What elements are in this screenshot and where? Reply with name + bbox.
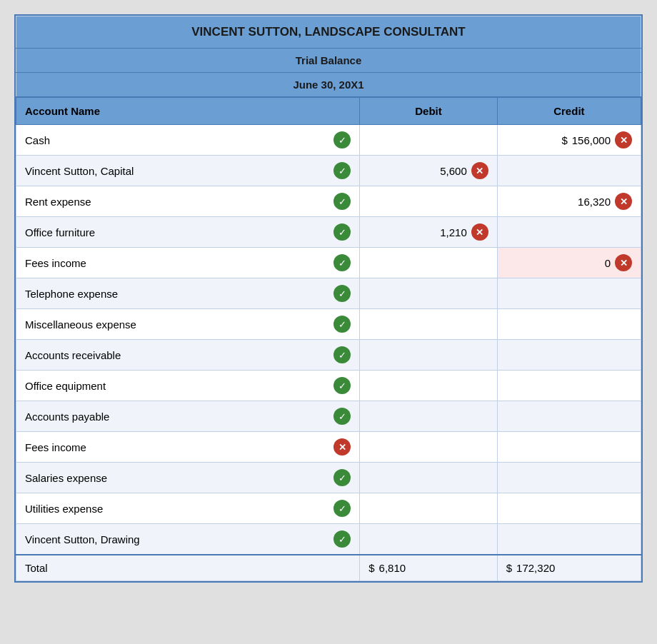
- account-name-cell: Office equipment✓: [16, 371, 360, 401]
- account-name-cell: Vincent Sutton, Drawing✓: [16, 524, 360, 555]
- check-icon: ✓: [333, 408, 351, 425]
- debit-value: 5,600: [440, 165, 467, 177]
- account-name-cell: Office furniture✓: [16, 217, 360, 248]
- credit-x-icon: ✕: [615, 131, 632, 149]
- account-name-cell: Fees income✕: [16, 432, 360, 463]
- credit-cell: [497, 309, 641, 340]
- check-icon: ✓: [333, 254, 351, 271]
- table-row: Vincent Sutton, Capital✓5,600✕: [16, 156, 641, 186]
- total-debit-value: 6,810: [379, 562, 406, 574]
- check-icon: ✓: [333, 223, 351, 241]
- credit-value: 16,320: [578, 196, 611, 208]
- account-name: Utilities expense: [25, 503, 103, 515]
- credit-cell: $156,000✕: [497, 125, 641, 156]
- debit-cell: [360, 340, 498, 371]
- account-name-cell: Fees income✓: [16, 248, 360, 278]
- total-credit-value: 172,320: [516, 562, 555, 574]
- table-row: Telephone expense✓: [16, 278, 641, 309]
- col-header-account: Account Name: [16, 97, 360, 125]
- table-row: Fees income✓0✕: [16, 248, 641, 278]
- col-header-debit: Debit: [360, 97, 498, 125]
- total-label: Total: [16, 555, 360, 581]
- debit-cell: [360, 432, 498, 463]
- account-name: Fees income: [25, 441, 86, 453]
- table-row: Office furniture✓1,210✕: [16, 217, 641, 248]
- total-credit-cell: $ 172,320: [497, 555, 641, 581]
- debit-cell: [360, 125, 498, 156]
- debit-cell: [360, 493, 498, 524]
- total-row: Total $ 6,810 $ 172,320: [16, 555, 641, 581]
- debit-cell: [360, 463, 498, 493]
- account-name-cell: Rent expense✓: [16, 186, 360, 217]
- account-name: Telephone expense: [25, 288, 118, 300]
- credit-x-icon: ✕: [615, 193, 632, 210]
- check-icon: ✓: [333, 346, 351, 363]
- account-name-cell: Salaries expense✓: [16, 463, 360, 493]
- credit-cell: [497, 371, 641, 401]
- account-name: Miscellaneous expense: [25, 318, 136, 331]
- check-icon: ✓: [333, 500, 351, 517]
- credit-value: 156,000: [572, 134, 611, 146]
- check-icon: ✓: [333, 162, 351, 179]
- credit-cell: [497, 524, 641, 555]
- table-row: Rent expense✓16,320✕: [16, 186, 641, 217]
- account-name: Rent expense: [25, 196, 91, 208]
- check-icon: ✓: [333, 377, 351, 394]
- check-icon: ✓: [333, 131, 351, 149]
- table-row: Accounts receivable✓: [16, 340, 641, 371]
- report-title: Trial Balance: [16, 49, 641, 73]
- credit-value: 0: [605, 257, 611, 269]
- account-name: Fees income: [25, 257, 86, 269]
- account-name: Accounts payable: [25, 411, 109, 423]
- debit-cell: [360, 248, 498, 278]
- report-date: June 30, 20X1: [16, 73, 641, 98]
- credit-cell: [497, 493, 641, 524]
- table-row: Vincent Sutton, Drawing✓: [16, 524, 641, 555]
- table-row: Fees income✕: [16, 432, 641, 463]
- debit-cell: [360, 371, 498, 401]
- debit-cell: [360, 401, 498, 432]
- account-name: Accounts receivable: [25, 349, 121, 361]
- account-name: Vincent Sutton, Drawing: [25, 533, 140, 545]
- credit-cell: [497, 217, 641, 248]
- debit-cell: 5,600✕: [360, 156, 498, 186]
- credit-dollar: $: [561, 134, 567, 146]
- trial-balance-container: VINCENT SUTTON, LANDSCAPE CONSULTANT Tri…: [14, 14, 643, 583]
- credit-cell: [497, 432, 641, 463]
- account-name-cell: Accounts payable✓: [16, 401, 360, 432]
- credit-cell: [497, 278, 641, 309]
- table-row: Utilities expense✓: [16, 493, 641, 524]
- account-name: Office furniture: [25, 226, 95, 238]
- debit-cell: [360, 186, 498, 217]
- account-name-cell: Cash✓: [16, 125, 360, 156]
- debit-x-icon: ✕: [471, 162, 488, 179]
- debit-cell: [360, 309, 498, 340]
- account-name-cell: Accounts receivable✓: [16, 340, 360, 371]
- col-header-credit: Credit: [497, 97, 641, 125]
- company-name: VINCENT SUTTON, LANDSCAPE CONSULTANT: [16, 16, 641, 49]
- account-name: Cash: [25, 134, 50, 146]
- table-row: Salaries expense✓: [16, 463, 641, 493]
- credit-cell: [497, 463, 641, 493]
- debit-cell: [360, 524, 498, 555]
- check-icon: ✓: [333, 285, 351, 302]
- table-row: Miscellaneous expense✓: [16, 309, 641, 340]
- credit-x-icon: ✕: [615, 254, 632, 271]
- table-row: Cash✓$156,000✕: [16, 125, 641, 156]
- check-icon: ✓: [333, 469, 351, 486]
- credit-cell: 16,320✕: [497, 186, 641, 217]
- account-name: Salaries expense: [25, 472, 107, 484]
- credit-cell: [497, 156, 641, 186]
- x-icon: ✕: [333, 438, 351, 456]
- account-name-cell: Miscellaneous expense✓: [16, 309, 360, 340]
- debit-cell: [360, 278, 498, 309]
- credit-cell: [497, 401, 641, 432]
- account-name: Office equipment: [25, 380, 106, 392]
- total-debit-cell: $ 6,810: [360, 555, 498, 581]
- table-row: Accounts payable✓: [16, 401, 641, 432]
- check-icon: ✓: [333, 530, 351, 548]
- debit-x-icon: ✕: [471, 223, 488, 241]
- account-name-cell: Vincent Sutton, Capital✓: [16, 156, 360, 186]
- debit-value: 1,210: [440, 226, 467, 238]
- total-debit-dollar: $: [368, 562, 374, 574]
